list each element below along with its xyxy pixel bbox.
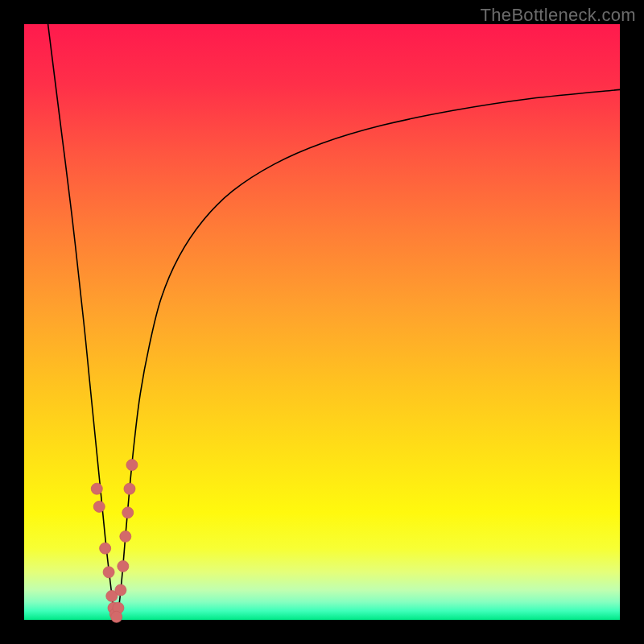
right-cap-5 xyxy=(118,560,129,572)
right-cap-6 xyxy=(115,584,126,596)
chart-svg xyxy=(24,24,620,620)
curve-right xyxy=(117,89,620,620)
left-dot-1 xyxy=(91,483,102,494)
chart-container: TheBottleneck.com xyxy=(0,0,644,644)
right-cap-8 xyxy=(111,611,122,622)
left-dot-4 xyxy=(103,567,114,578)
right-cap-3 xyxy=(124,483,135,494)
data-markers xyxy=(91,460,138,623)
curve-left xyxy=(48,24,117,620)
right-cap-2 xyxy=(122,507,134,518)
watermark-label: TheBottleneck.com xyxy=(481,5,636,26)
right-cap-4 xyxy=(126,460,138,471)
right-cap-1 xyxy=(120,530,131,542)
left-dot-3 xyxy=(100,543,111,554)
left-dot-2 xyxy=(93,501,105,512)
plot-area xyxy=(24,24,620,620)
